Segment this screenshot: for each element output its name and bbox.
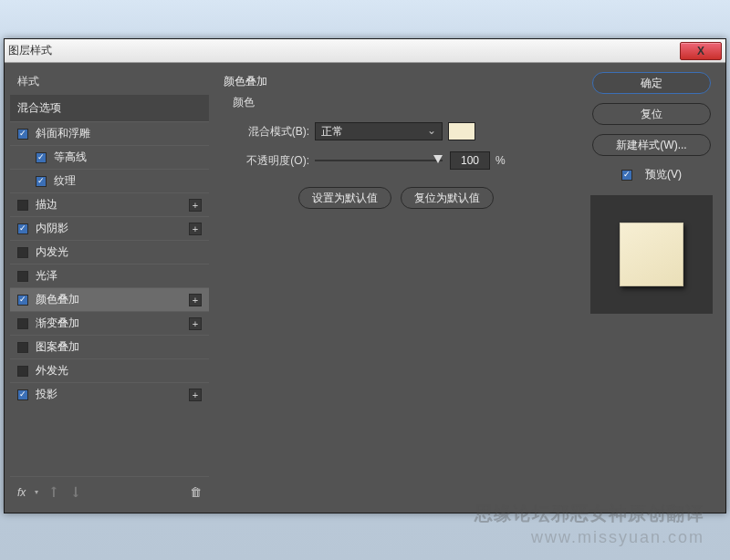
style-item-10[interactable]: 外发光 (10, 358, 209, 382)
styles-header: 样式 (10, 68, 209, 95)
style-label: 光泽 (36, 268, 57, 284)
blend-mode-select[interactable]: 正常 (315, 122, 443, 140)
settings-panel: 颜色叠加 颜色 混合模式(B): 正常 不透明度(O): 100 % 设置为默认… (209, 68, 583, 507)
style-checkbox[interactable] (17, 247, 28, 258)
style-label: 斜面和浮雕 (36, 126, 90, 141)
opacity-label: 不透明度(O): (218, 153, 309, 169)
watermark: 思缘论坛邪恶女神原创翻译 www.missyuan.com (474, 502, 704, 547)
style-checkbox[interactable] (17, 200, 28, 211)
style-label: 图案叠加 (36, 339, 79, 355)
arrow-down-icon[interactable]: 🠗 (69, 485, 82, 500)
arrow-up-icon[interactable]: 🠕 (47, 485, 60, 500)
reset-default-button[interactable]: 复位为默认值 (401, 187, 494, 209)
preview-swatch (620, 223, 683, 286)
slider-thumb-icon[interactable] (433, 155, 443, 163)
style-item-0[interactable]: 斜面和浮雕 (10, 121, 209, 145)
opacity-slider[interactable] (315, 154, 443, 167)
plus-icon[interactable]: + (189, 223, 202, 235)
plus-icon[interactable]: + (189, 317, 202, 330)
plus-icon[interactable]: + (189, 389, 202, 401)
titlebar[interactable]: 图层样式 X (5, 39, 725, 63)
percent-label: % (495, 154, 506, 167)
window-title: 图层样式 (8, 43, 52, 58)
color-swatch[interactable] (448, 122, 475, 140)
style-checkbox[interactable] (17, 389, 28, 400)
style-item-11[interactable]: 投影+ (10, 382, 209, 406)
style-checkbox[interactable] (17, 271, 28, 282)
close-button[interactable]: X (680, 42, 722, 60)
style-item-5[interactable]: 内发光 (10, 240, 209, 264)
style-item-6[interactable]: 光泽 (10, 264, 209, 287)
style-label: 外发光 (36, 363, 68, 379)
new-style-button[interactable]: 新建样式(W)... (592, 134, 711, 156)
cancel-button[interactable]: 复位 (592, 103, 711, 125)
opacity-input[interactable]: 100 (450, 151, 490, 170)
style-checkbox[interactable] (17, 342, 28, 353)
style-label: 纹理 (54, 173, 76, 189)
styles-list: 样式 混合选项 斜面和浮雕等高线纹理描边+内阴影+内发光光泽颜色叠加+渐变叠加+… (10, 68, 209, 507)
style-checkbox[interactable] (17, 295, 28, 306)
style-item-2[interactable]: 纹理 (10, 169, 209, 192)
preview-label: 预览(V) (645, 167, 682, 182)
style-item-4[interactable]: 内阴影+ (10, 216, 209, 240)
layer-style-dialog: 图层样式 X 样式 混合选项 斜面和浮雕等高线纹理描边+内阴影+内发光光泽颜色叠… (4, 38, 726, 513)
ok-button[interactable]: 确定 (592, 72, 711, 94)
styles-footer: fx▾ 🠕 🠗 🗑 (10, 476, 209, 507)
style-item-7[interactable]: 颜色叠加+ (10, 287, 209, 311)
style-item-1[interactable]: 等高线 (10, 145, 209, 169)
style-label: 颜色叠加 (36, 292, 79, 307)
style-checkbox[interactable] (17, 366, 28, 377)
style-label: 投影 (36, 387, 57, 402)
blend-options[interactable]: 混合选项 (10, 95, 209, 121)
plus-icon[interactable]: + (189, 294, 202, 306)
panel-title: 颜色叠加 (218, 70, 574, 93)
plus-icon[interactable]: + (189, 199, 202, 212)
style-checkbox[interactable] (17, 223, 28, 234)
close-icon: X (697, 45, 704, 57)
style-checkbox[interactable] (17, 318, 28, 329)
style-checkbox[interactable] (36, 176, 47, 187)
style-item-3[interactable]: 描边+ (10, 192, 209, 216)
style-label: 内阴影 (36, 221, 68, 236)
style-checkbox[interactable] (17, 129, 28, 140)
panel-subtitle: 颜色 (218, 93, 574, 119)
style-item-8[interactable]: 渐变叠加+ (10, 311, 209, 335)
preview-checkbox[interactable] (621, 170, 632, 181)
chevron-down-icon[interactable]: ▾ (35, 488, 38, 496)
preview-box (590, 195, 713, 314)
dialog-buttons: 确定 复位 新建样式(W)... 预览(V) (583, 68, 720, 507)
style-checkbox[interactable] (36, 152, 47, 163)
trash-icon[interactable]: 🗑 (190, 485, 202, 499)
style-label: 描边 (36, 197, 57, 213)
style-label: 等高线 (54, 150, 87, 165)
fx-label[interactable]: fx (17, 486, 26, 499)
make-default-button[interactable]: 设置为默认值 (298, 187, 391, 209)
blend-mode-label: 混合模式(B): (218, 124, 309, 140)
style-label: 渐变叠加 (36, 316, 79, 331)
style-label: 内发光 (36, 244, 68, 260)
style-item-9[interactable]: 图案叠加 (10, 335, 209, 358)
